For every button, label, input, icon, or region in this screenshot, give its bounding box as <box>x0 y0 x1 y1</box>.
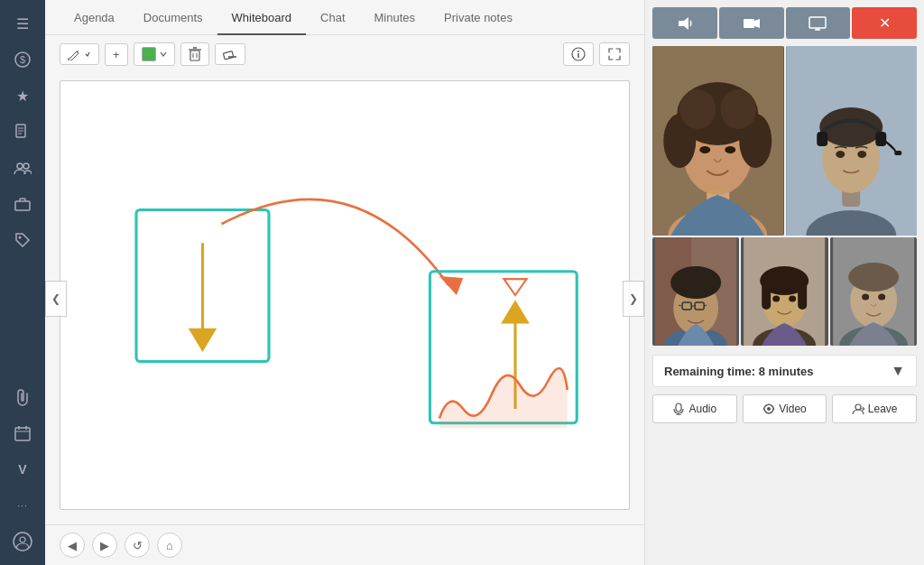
briefcase-icon[interactable] <box>6 188 39 220</box>
svg-rect-79 <box>762 281 771 310</box>
leave-label: Leave <box>868 403 898 415</box>
tab-agenda[interactable]: Agenda <box>60 0 129 35</box>
home-btn[interactable]: ⌂ <box>157 533 182 558</box>
svg-point-6 <box>17 163 23 169</box>
video-toggle-btn[interactable]: Video <box>743 394 827 423</box>
svg-marker-28 <box>189 329 217 352</box>
calendar-icon[interactable] <box>6 417 39 449</box>
svg-point-89 <box>878 294 885 301</box>
audio-label: Audio <box>688 403 716 415</box>
more-icon[interactable]: ··· <box>6 489 39 522</box>
tab-minutes[interactable]: Minutes <box>360 0 430 35</box>
svg-rect-59 <box>817 132 827 146</box>
screen-share-btn[interactable] <box>786 7 851 39</box>
svg-point-25 <box>578 51 579 52</box>
mute-btn[interactable] <box>652 7 717 39</box>
sidebar: ☰ $ ★ <box>0 0 45 565</box>
tab-chat[interactable]: Chat <box>306 0 359 35</box>
eraser-btn[interactable] <box>215 43 245 65</box>
svg-point-87 <box>848 263 899 292</box>
tag-icon[interactable] <box>6 224 39 256</box>
star-icon[interactable]: ★ <box>6 79 39 112</box>
svg-rect-35 <box>744 19 754 28</box>
bottom-bar: ◀ ▶ ↺ ⌂ <box>45 524 644 565</box>
video-controls-top: ✕ <box>645 0 924 46</box>
tab-whiteboard[interactable]: Whiteboard <box>217 0 306 35</box>
video-grid-bottom <box>645 237 924 346</box>
refresh-btn[interactable]: ↺ <box>125 533 150 558</box>
svg-rect-60 <box>875 132 886 146</box>
info-btn[interactable] <box>563 42 594 66</box>
leave-btn[interactable]: Leave <box>832 394 917 423</box>
svg-point-93 <box>767 407 771 411</box>
file-icon[interactable] <box>6 116 39 148</box>
svg-point-81 <box>772 296 780 302</box>
expand-icon[interactable]: ▼ <box>891 363 905 379</box>
video-cell-bottom-right <box>830 237 917 346</box>
svg-point-9 <box>19 236 22 239</box>
add-btn[interactable]: + <box>105 43 128 66</box>
right-panel: ✕ <box>644 0 924 565</box>
tab-bar: Agenda Documents Whiteboard Chat Minutes… <box>45 0 644 35</box>
video-grid-top <box>645 46 924 236</box>
svg-marker-36 <box>754 19 760 28</box>
svg-point-63 <box>857 151 866 158</box>
svg-rect-61 <box>894 151 901 155</box>
main-content: Agenda Documents Whiteboard Chat Minutes… <box>45 0 644 565</box>
svg-marker-33 <box>504 279 526 295</box>
camera-btn[interactable] <box>719 7 784 39</box>
svg-point-51 <box>725 146 735 153</box>
color-picker-btn[interactable] <box>134 42 175 66</box>
nav-prev-btn[interactable]: ❮ <box>45 281 67 317</box>
svg-rect-80 <box>798 281 807 310</box>
whiteboard-container: ❮ <box>45 73 644 524</box>
forward-btn[interactable]: ▶ <box>92 533 117 558</box>
action-buttons: Audio Video Leave <box>645 394 924 431</box>
video-label: Video <box>779 403 806 415</box>
svg-rect-37 <box>809 17 826 28</box>
svg-point-82 <box>789 296 796 302</box>
video-cell-bottom-left <box>652 237 739 346</box>
pen-tool-btn[interactable] <box>60 43 99 65</box>
paperclip-icon[interactable] <box>6 381 39 413</box>
video-cell-side <box>786 46 918 236</box>
whiteboard[interactable] <box>60 80 630 510</box>
svg-point-15 <box>20 537 25 542</box>
video-cell-bottom-mid <box>741 237 827 346</box>
tab-private-notes[interactable]: Private notes <box>430 0 527 35</box>
svg-rect-8 <box>15 201 30 210</box>
svg-marker-32 <box>501 300 530 323</box>
svg-point-48 <box>679 89 716 129</box>
timer-text: Remaining time: 8 minutes <box>664 365 813 378</box>
svg-text:$: $ <box>20 54 25 65</box>
delete-btn[interactable] <box>180 42 209 66</box>
tab-documents[interactable]: Documents <box>129 0 217 35</box>
timer-section: Remaining time: 8 minutes ▼ <box>652 355 917 387</box>
dollar-icon[interactable]: $ <box>6 43 39 76</box>
fullscreen-btn[interactable] <box>599 42 630 66</box>
svg-point-7 <box>23 163 29 169</box>
toolbar-right <box>563 42 630 66</box>
color-swatch <box>142 47 156 61</box>
svg-point-49 <box>720 89 756 129</box>
menu-icon[interactable]: ☰ <box>6 7 39 40</box>
svg-point-88 <box>862 294 869 301</box>
close-btn[interactable]: ✕ <box>852 7 917 39</box>
back-btn[interactable]: ◀ <box>60 533 85 558</box>
v-icon[interactable]: V <box>6 453 39 486</box>
svg-marker-34 <box>679 17 688 30</box>
svg-rect-16 <box>190 51 199 60</box>
toolbar: + <box>45 35 644 73</box>
svg-point-50 <box>699 146 710 153</box>
svg-point-52 <box>708 190 726 195</box>
video-cell-main <box>652 46 784 236</box>
svg-rect-21 <box>223 51 233 60</box>
svg-point-68 <box>670 266 721 299</box>
nav-next-btn[interactable]: ❯ <box>623 281 644 317</box>
user-circle-icon[interactable] <box>6 525 39 558</box>
svg-point-62 <box>836 151 845 158</box>
audio-btn[interactable]: Audio <box>652 394 737 423</box>
svg-rect-10 <box>15 428 30 440</box>
svg-point-94 <box>855 404 861 410</box>
group-icon[interactable] <box>6 152 39 184</box>
